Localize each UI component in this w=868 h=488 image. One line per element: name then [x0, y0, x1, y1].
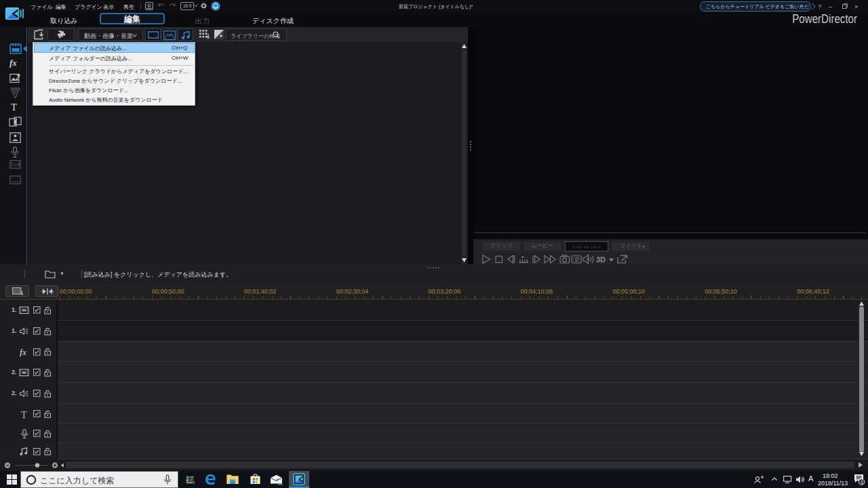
- svg-text:fx: fx: [20, 348, 26, 357]
- svg-text:T: T: [21, 409, 27, 419]
- svg-text:1: 1: [861, 479, 863, 485]
- svg-text:123: 123: [13, 163, 20, 167]
- svg-text:3D: 3D: [596, 256, 606, 264]
